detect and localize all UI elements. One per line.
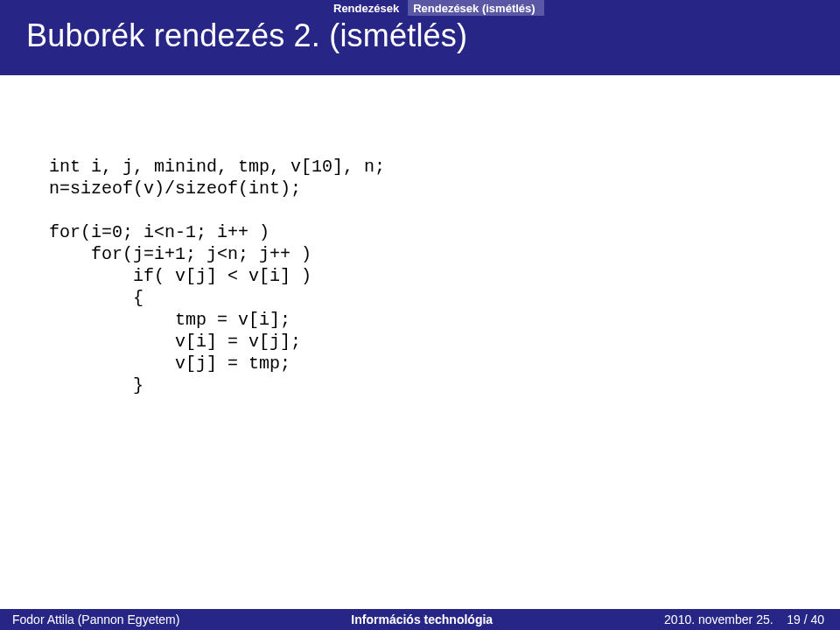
slide-title: Buborék rendezés 2. (ismétlés): [26, 18, 467, 54]
footer-right: 2010. november 25. 19 / 40: [664, 612, 824, 626]
code-line: if( v[j] < v[i] ): [49, 266, 312, 286]
footer-date: 2010. november 25.: [664, 612, 774, 626]
code-line: v[i] = v[j];: [49, 332, 301, 352]
breadcrumb-section: Rendezések: [328, 0, 408, 16]
footer-page: 19 / 40: [787, 612, 824, 626]
slide-footer: Fodor Attila (Pannon Egyetem) Információ…: [0, 609, 840, 630]
footer-course: Információs technológia: [179, 612, 664, 626]
breadcrumb-subsection: Rendezések (ismétlés): [408, 0, 543, 16]
code-line: tmp = v[i];: [49, 310, 290, 330]
slide-content: int i, j, minind, tmp, v[10], n; n=sizeo…: [0, 75, 840, 609]
code-line: v[j] = tmp;: [49, 354, 290, 374]
code-line: for(i=0; i<n-1; i++ ): [49, 222, 270, 242]
slide-header: Rendezések Rendezések (ismétlés) Buborék…: [0, 0, 840, 75]
code-line: }: [49, 375, 144, 396]
code-line: int i, j, minind, tmp, v[10], n;: [49, 157, 385, 177]
breadcrumb: Rendezések Rendezések (ismétlés): [328, 0, 544, 16]
code-line: n=sizeof(v)/sizeof(int);: [49, 178, 301, 199]
footer-author: Fodor Attila (Pannon Egyetem): [12, 612, 179, 626]
code-line: for(j=i+1; j<n; j++ ): [49, 244, 312, 264]
code-line: {: [49, 288, 144, 308]
